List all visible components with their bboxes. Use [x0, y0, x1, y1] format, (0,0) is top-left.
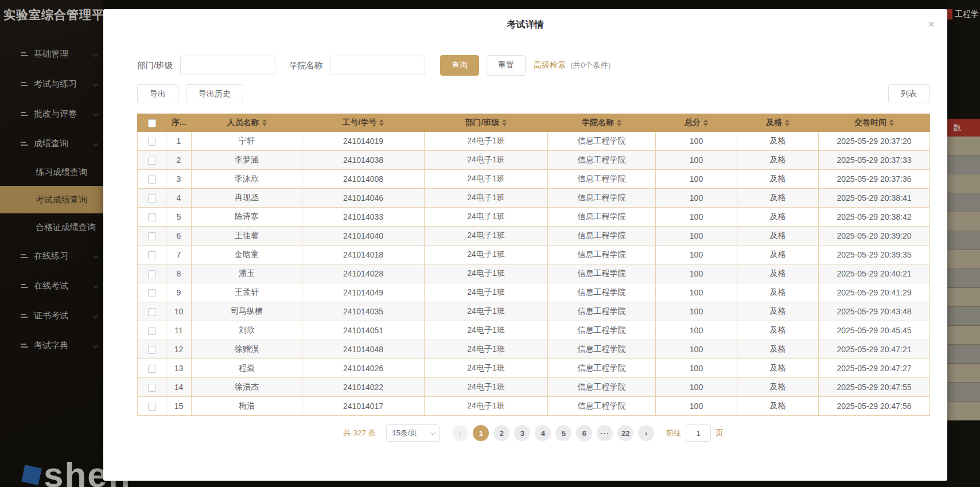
submit-time: 2025-05-29 20:39:35 [819, 246, 930, 264]
column-header[interactable]: 序... [166, 114, 192, 132]
row-checkbox[interactable] [148, 270, 156, 278]
close-icon[interactable]: × [928, 18, 935, 30]
advanced-search-link[interactable]: 高级检索 [534, 60, 566, 71]
person-name: 司马纵横 [192, 302, 302, 321]
table-row: 14徐浩杰24101402224电子1班信息工程学院100及格2025-05-2… [138, 378, 930, 397]
total-score: 100 [656, 321, 737, 340]
more-pages-button[interactable]: ··· [597, 425, 613, 441]
college-name: 信息工程学院 [548, 321, 656, 340]
row-checkbox[interactable] [148, 365, 156, 373]
staff-id: 241014022 [302, 378, 425, 397]
row-checkbox[interactable] [148, 157, 156, 165]
total-score: 100 [656, 246, 737, 264]
dept-class: 24电子1班 [425, 340, 548, 359]
row-checkbox[interactable] [148, 384, 156, 392]
select-all-checkbox[interactable] [148, 119, 156, 127]
table-row: 15梅浩24101401724电子1班信息工程学院100及格2025-05-29… [138, 397, 930, 416]
column-header[interactable]: 部门/班级 [425, 114, 548, 132]
staff-id: 241014051 [302, 321, 425, 340]
modal-header: 考试详情 × [103, 9, 947, 40]
row-checkbox[interactable] [148, 251, 156, 259]
person-name: 王孟轩 [192, 283, 302, 302]
row-checkbox[interactable] [148, 176, 156, 184]
row-checkbox[interactable] [148, 346, 156, 354]
goto-page-input[interactable] [686, 424, 711, 442]
college-name: 信息工程学院 [548, 208, 656, 227]
staff-id: 241014026 [302, 359, 425, 378]
dept-class: 24电子1班 [425, 151, 548, 170]
dept-class: 24电子1班 [425, 283, 548, 302]
column-header[interactable]: 交卷时间 [819, 114, 930, 132]
column-header-label: 总分 [685, 118, 701, 128]
pass-status: 及格 [737, 321, 819, 340]
reset-button[interactable]: 重置 [487, 55, 526, 76]
staff-id: 241014040 [302, 227, 425, 246]
page-size-select[interactable]: 15条/页 [386, 424, 440, 442]
sort-caret-icon[interactable] [617, 119, 621, 126]
table-row: 10司马纵横24101403524电子1班信息工程学院100及格2025-05-… [138, 302, 930, 321]
dept-input[interactable] [180, 56, 275, 75]
college-name: 信息工程学院 [548, 397, 656, 416]
column-header[interactable]: 总分 [656, 114, 737, 132]
sort-caret-icon[interactable] [502, 119, 507, 126]
query-button[interactable]: 查询 [440, 55, 479, 76]
total-score: 100 [656, 378, 737, 397]
dept-class: 24电子1班 [425, 189, 548, 208]
page-button[interactable]: 4 [535, 425, 551, 441]
sort-asc-icon [502, 119, 507, 122]
page-button[interactable]: 3 [514, 425, 530, 441]
sort-caret-icon[interactable] [703, 119, 708, 126]
row-checkbox-cell [138, 340, 166, 359]
submit-time: 2025-05-29 20:45:45 [819, 321, 930, 340]
column-header[interactable]: 人员名称 [192, 114, 302, 132]
person-name: 刘欣 [192, 321, 302, 340]
dept-class: 24电子1班 [425, 302, 548, 321]
table-header-row: 序...人员名称工号/学号部门/班级学院名称总分及格交卷时间 [138, 114, 930, 132]
column-header[interactable]: 学院名称 [548, 114, 656, 132]
row-checkbox[interactable] [148, 194, 156, 202]
page-button[interactable]: 5 [555, 425, 571, 441]
pass-status: 及格 [737, 264, 819, 283]
column-header-label: 部门/班级 [465, 118, 500, 128]
submit-time: 2025-05-29 20:47:27 [819, 359, 930, 378]
submit-time: 2025-05-29 20:38:42 [819, 208, 930, 227]
sort-caret-icon[interactable] [262, 119, 267, 126]
person-name: 冉现丞 [192, 189, 302, 208]
staff-id: 241014038 [302, 151, 425, 170]
page-button[interactable]: 22 [617, 425, 633, 441]
column-header[interactable]: 及格 [737, 114, 819, 132]
person-name: 潘玉 [192, 264, 302, 283]
row-checkbox[interactable] [148, 138, 156, 146]
page-button[interactable]: 1 [473, 425, 489, 441]
export-button[interactable]: 导出 [137, 84, 178, 103]
export-history-button[interactable]: 导出历史 [186, 84, 243, 103]
page-button[interactable]: 2 [493, 425, 510, 441]
row-index: 7 [166, 246, 192, 264]
modal-title: 考试详情 [507, 19, 544, 31]
pass-status: 及格 [737, 189, 819, 208]
total-score: 100 [656, 302, 737, 321]
row-checkbox[interactable] [148, 327, 156, 335]
list-view-button[interactable]: 列表 [888, 84, 930, 103]
college-input[interactable] [330, 56, 425, 75]
row-checkbox[interactable] [148, 308, 156, 316]
column-header[interactable]: 工号/学号 [302, 114, 425, 132]
next-page-button[interactable]: › [638, 425, 654, 441]
sort-caret-icon[interactable] [379, 119, 384, 126]
sort-asc-icon [785, 119, 790, 122]
page-size-value: 15条/页 [392, 428, 417, 438]
dept-class: 24电子1班 [425, 378, 548, 397]
row-checkbox[interactable] [148, 403, 156, 411]
dept-class: 24电子1班 [425, 264, 548, 283]
toolbar: 导出 导出历史 列表 [137, 84, 930, 103]
row-checkbox[interactable] [148, 213, 156, 221]
row-checkbox[interactable] [148, 289, 156, 297]
prev-page-button[interactable]: ‹ [452, 425, 468, 441]
row-checkbox[interactable] [148, 232, 156, 240]
sort-caret-icon[interactable] [785, 119, 790, 126]
sort-desc-icon [262, 123, 267, 126]
pass-status: 及格 [737, 246, 819, 264]
column-header-label: 序... [172, 118, 186, 128]
sort-caret-icon[interactable] [889, 119, 894, 126]
page-button[interactable]: 6 [576, 425, 592, 441]
